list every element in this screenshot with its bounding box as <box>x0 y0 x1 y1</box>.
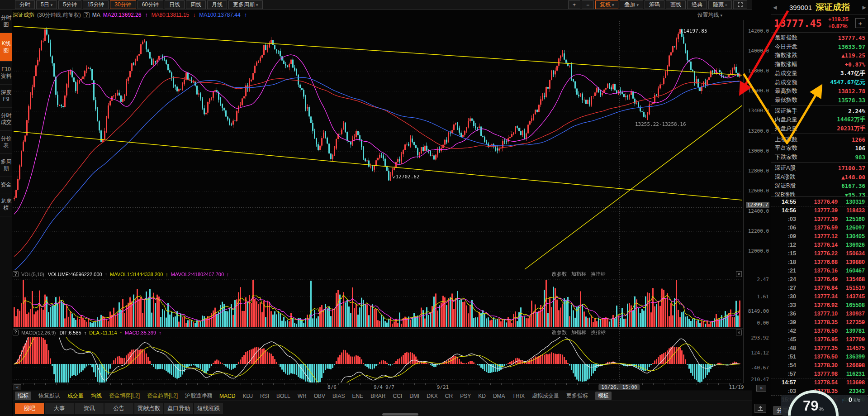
indicator-tab-KDJ[interactable]: KDJ <box>242 393 253 399</box>
scroll-left-button[interactable]: « <box>14 384 21 390</box>
help-icon[interactable]: ? <box>84 12 90 18</box>
overlay-button[interactable]: 叠加▾ <box>620 0 643 9</box>
tick-price: 13777.39 <box>796 207 838 214</box>
chips-button[interactable]: 筹码 <box>645 0 664 9</box>
zoom-out-button[interactable]: − <box>582 0 594 9</box>
help-icon[interactable]: ? <box>13 330 19 335</box>
tick-volume: 135468 <box>838 276 868 282</box>
indicator-tab-恢复默认[interactable]: 恢复默认 <box>38 392 60 400</box>
indicator-tab-BIAS[interactable]: BIAS <box>332 393 345 399</box>
price-change: +119.25 +0.87% <box>828 16 849 30</box>
timeframe-button-分时[interactable]: 分时 <box>15 0 35 9</box>
indicator-tab-DMA[interactable]: DMA <box>493 393 505 399</box>
network-speed: 0 <box>849 396 852 403</box>
zoom-in-button[interactable]: + <box>568 0 580 9</box>
pane-link-换指标[interactable]: 换指标 <box>591 271 606 277</box>
tick-volume: 130319 <box>838 199 868 205</box>
sidebar-item-分时图[interactable]: 分时图 <box>0 10 12 33</box>
sidebar-item-分价表[interactable]: 分价表 <box>0 131 12 154</box>
next-symbol-button[interactable]: ▶ <box>863 5 866 10</box>
indicator-tab-资金趋势[L2][interactable]: 资金趋势[L2] <box>147 392 178 400</box>
pane-link-换指标[interactable]: 换指标 <box>591 329 606 336</box>
nav-tab-短线涨跌[interactable]: 短线涨跌 <box>194 403 223 414</box>
indicator-tab-DKX[interactable]: DKX <box>427 393 438 399</box>
sidebar-item-F10资料[interactable]: F10资料 <box>0 62 12 85</box>
indicator-tab-BOLL[interactable]: BOLL <box>276 393 290 399</box>
prev-symbol-button[interactable]: ◀ <box>773 5 777 10</box>
timeframe-button-日线[interactable]: 日线 <box>165 0 185 9</box>
indicator-tab-KD[interactable]: KD <box>478 393 486 399</box>
timeframe-button-60分钟[interactable]: 60分钟 <box>138 0 163 9</box>
price-axis-label: 12200.0 <box>748 228 769 234</box>
indicator-tab-模板[interactable]: 模板 <box>595 392 612 400</box>
nav-tab-贡献点数[interactable]: 贡献点数 <box>134 403 163 414</box>
sidebar-item-K线图[interactable]: K线图 <box>0 33 12 62</box>
timeframe-button-30分钟[interactable]: 30分钟 <box>110 0 136 9</box>
hide-button[interactable]: 隐藏» <box>708 0 732 9</box>
nav-tab-公告[interactable]: 公告 <box>104 403 133 414</box>
price-axis-label: 14200.0 <box>748 28 769 34</box>
tick-time: :27 <box>771 285 796 291</box>
tick-list[interactable]: 14:5513776.4913031914:5613777.39118433:0… <box>771 197 868 405</box>
tick-row: :3613777.10130937 <box>771 309 868 318</box>
nav-tab-股吧[interactable]: 股吧 <box>15 403 44 414</box>
pane-link-改参数[interactable]: 改参数 <box>552 329 567 336</box>
quote-label: 深证换手 <box>775 107 797 115</box>
divider <box>771 134 868 134</box>
classic-button[interactable]: 经典 <box>687 0 707 9</box>
indicator-tab-沪股通净额[interactable]: 沪股通净额 <box>185 392 212 400</box>
sidebar-item-多周期[interactable]: 多周期 <box>0 154 12 177</box>
timeframe-button-周线[interactable]: 周线 <box>186 0 206 9</box>
network-status-widget[interactable]: 79 % ↑ 0 K/s <box>781 389 868 416</box>
indicator-tab-更多指标[interactable]: 更多指标 <box>566 392 588 400</box>
indicator-tab-PSY[interactable]: PSY <box>460 393 471 399</box>
indicator-tab-CCI[interactable]: CCI <box>393 393 402 399</box>
adjust-mode-button[interactable]: 复权▾ <box>595 0 619 9</box>
expand-panel-button[interactable] <box>754 404 766 413</box>
fullscreen-button[interactable] <box>733 0 747 9</box>
indicator-tab-WR[interactable]: WR <box>298 393 307 399</box>
timeframe-button-5日[interactable]: 5日▾ <box>36 0 57 9</box>
indicator-tab-指标[interactable]: 指标 <box>15 392 31 400</box>
indicator-tab-DMI[interactable]: DMI <box>409 393 419 399</box>
time-axis-row[interactable]: «8/69/49/79/2110/26, 15:0011/19 <box>13 383 743 391</box>
axis-more-button[interactable]: » <box>756 385 766 392</box>
pane-link-加指标[interactable]: 加指标 <box>571 329 586 336</box>
nav-tab-盘口异动[interactable]: 盘口异动 <box>164 403 193 414</box>
sidebar-item-分时成交[interactable]: 分时成交 <box>0 108 12 131</box>
dea-value: DEA:-11.114 <box>89 330 117 335</box>
pane-link-改参数[interactable]: 改参数 <box>552 271 567 277</box>
sidebar-item-龙虎榜[interactable]: 龙虎榜 <box>0 193 12 216</box>
indicator-tab-MACD[interactable]: MACD <box>219 393 235 399</box>
indicator-tab-均线[interactable]: 均线 <box>91 392 102 400</box>
x-axis-label: 9/7 <box>385 384 394 390</box>
add-to-watchlist-button[interactable]: + <box>855 18 865 28</box>
timeframe-button-5分钟[interactable]: 5分钟 <box>58 0 81 9</box>
pane-link-加指标[interactable]: 加指标 <box>571 271 586 277</box>
indicator-tab-资金博弈[L2][interactable]: 资金博弈[L2] <box>109 392 140 400</box>
indicator-tab-RSI[interactable]: RSI <box>260 393 269 399</box>
indicator-tab-BRAR[interactable]: BRAR <box>370 393 385 399</box>
resize-handle[interactable] <box>382 413 418 416</box>
close-icon[interactable]: ✕ <box>736 330 742 335</box>
indicator-tab-TRIX[interactable]: TRIX <box>512 393 525 399</box>
indicator-tab-成交量[interactable]: 成交量 <box>67 392 84 400</box>
ma-settings-button[interactable]: 设置均线▾ <box>697 11 722 19</box>
sidebar-item-资金[interactable]: 资金 <box>0 177 12 193</box>
indicator-tab-虚拟成交量[interactable]: 虚拟成交量 <box>532 392 559 400</box>
indicator-tab-CR[interactable]: CR <box>445 393 453 399</box>
tick-row: :1513776.22150634 <box>771 249 868 258</box>
nav-tab-资讯[interactable]: 资讯 <box>75 403 104 414</box>
help-icon[interactable]: ? <box>13 271 19 277</box>
close-icon[interactable]: ✕ <box>736 271 742 277</box>
timeframe-button-月线[interactable]: 月线 <box>207 0 227 9</box>
tick-row: :3313776.92165508 <box>771 301 868 309</box>
nav-tab-大事[interactable]: 大事 <box>45 403 74 414</box>
draw-line-button[interactable]: 画线 <box>666 0 686 9</box>
indicator-tab-OBV[interactable]: OBV <box>314 393 325 399</box>
indicator-tab-ENE[interactable]: ENE <box>352 393 363 399</box>
timeframe-button-更多周期[interactable]: 更多周期▾ <box>228 0 263 9</box>
timeframe-button-15分钟[interactable]: 15分钟 <box>83 0 109 9</box>
sidebar-item-深度F9[interactable]: 深度F9 <box>0 85 12 108</box>
tick-volume: 126097 <box>838 225 868 231</box>
